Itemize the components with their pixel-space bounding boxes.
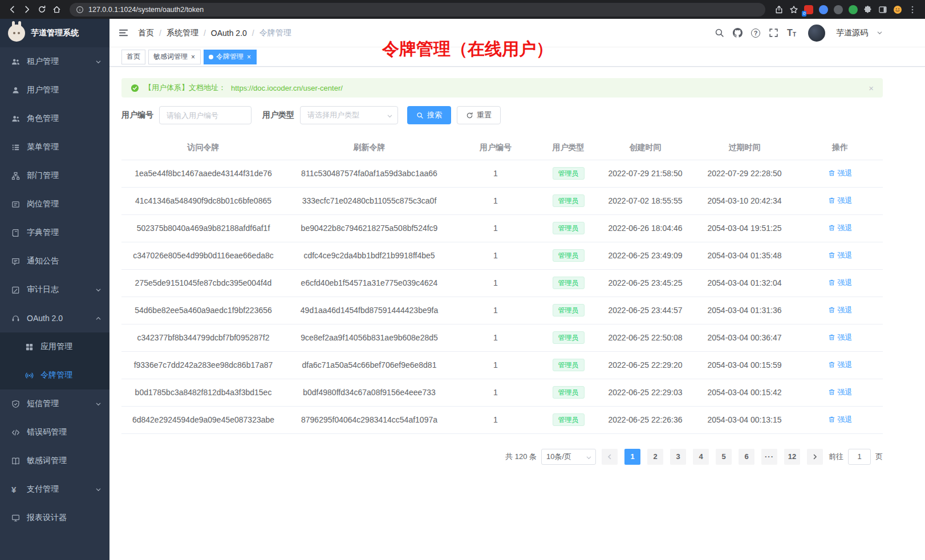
col-access-token: 访问令牌 bbox=[121, 136, 285, 160]
user-avatar[interactable] bbox=[808, 25, 825, 42]
search-button[interactable]: 搜索 bbox=[407, 106, 451, 124]
next-page-button[interactable] bbox=[807, 449, 823, 465]
force-logout-button[interactable]: 强退 bbox=[828, 168, 853, 178]
sidebar-item-sensitive-word[interactable]: 敏感词管理 bbox=[0, 447, 109, 475]
page-ellipsis-button[interactable]: ··· bbox=[761, 449, 777, 465]
page-button-2[interactable]: 2 bbox=[647, 449, 663, 465]
help-icon[interactable]: ? bbox=[751, 29, 760, 38]
page-button-6[interactable]: 6 bbox=[739, 449, 754, 465]
cell-user-type: 管理员 bbox=[538, 406, 599, 433]
fullscreen-icon[interactable] bbox=[769, 28, 778, 38]
force-logout-button[interactable]: 强退 bbox=[828, 415, 853, 425]
address-bar[interactable]: 127.0.0.1:1024/system/oauth2/token bbox=[70, 3, 765, 17]
sidebar-item-notice[interactable]: 通知公告 bbox=[0, 247, 109, 275]
extension-icon-1[interactable]: 0 bbox=[804, 5, 813, 14]
sidebar-item-sms[interactable]: 短信管理 bbox=[0, 389, 109, 418]
sidebar-item-label: 令牌管理 bbox=[40, 370, 72, 380]
prev-page-button[interactable] bbox=[602, 449, 618, 465]
font-size-icon[interactable]: TT bbox=[787, 29, 796, 38]
tab-sensitive-word[interactable]: 敏感词管理 × bbox=[148, 50, 201, 64]
page-size-select[interactable]: 10条/页 bbox=[541, 449, 596, 465]
browser-reload-button[interactable] bbox=[34, 2, 49, 17]
post-icon bbox=[11, 200, 20, 209]
breadcrumb-home[interactable]: 首页 bbox=[138, 28, 154, 38]
browser-chrome: 127.0.0.1:1024/system/oauth2/token 0 bbox=[0, 0, 925, 19]
force-logout-button[interactable]: 强退 bbox=[828, 196, 853, 206]
bookmark-star-icon[interactable] bbox=[789, 5, 798, 14]
refresh-icon bbox=[466, 112, 473, 119]
extension-icon-2[interactable] bbox=[819, 5, 828, 14]
cell-expire-time: 2054-03-04 00:36:47 bbox=[692, 324, 797, 351]
cell-refresh-token: 8796295f04064c2983414cc54af1097a bbox=[285, 406, 453, 433]
tab-token[interactable]: 令牌管理 × bbox=[204, 50, 257, 64]
site-info-icon[interactable] bbox=[76, 6, 84, 14]
force-logout-button[interactable]: 强退 bbox=[828, 360, 853, 370]
sidebar-item-oauth-token[interactable]: 令牌管理 bbox=[0, 361, 109, 389]
github-icon[interactable] bbox=[733, 28, 743, 38]
close-icon[interactable]: × bbox=[869, 83, 874, 93]
sidebar-item-role[interactable]: 角色管理 bbox=[0, 104, 109, 133]
chevron-down-icon[interactable] bbox=[877, 30, 883, 36]
browser-back-button[interactable] bbox=[5, 2, 19, 17]
sidebar-item-tenant[interactable]: 租户管理 bbox=[0, 47, 109, 76]
user-type-select[interactable]: 请选择用户类型 bbox=[300, 106, 398, 124]
cell-actions: 强退 bbox=[797, 297, 883, 324]
hamburger-icon[interactable] bbox=[118, 27, 129, 38]
user-type-badge: 管理员 bbox=[553, 222, 585, 234]
sidebar-item-label: 报表设计器 bbox=[27, 513, 67, 523]
browser-forward-button[interactable] bbox=[19, 2, 34, 17]
sidebar-item-error-code[interactable]: 错误码管理 bbox=[0, 418, 109, 447]
search-icon[interactable] bbox=[715, 28, 724, 38]
user-type-badge: 管理员 bbox=[553, 249, 585, 262]
sidebar-item-audit-log[interactable]: 审计日志 bbox=[0, 275, 109, 304]
sidebar-item-dict[interactable]: 字典管理 bbox=[0, 218, 109, 247]
sidebar-item-dept[interactable]: 部门管理 bbox=[0, 161, 109, 190]
browser-home-button[interactable] bbox=[49, 2, 64, 17]
goto-label: 前往 bbox=[829, 452, 843, 462]
browser-menu-icon[interactable] bbox=[908, 5, 917, 14]
force-logout-button[interactable]: 强退 bbox=[828, 305, 853, 315]
share-icon[interactable] bbox=[774, 5, 784, 14]
extension-icon-4[interactable] bbox=[849, 5, 858, 14]
extensions-puzzle-icon[interactable] bbox=[863, 5, 873, 14]
page-button-12[interactable]: 12 bbox=[784, 449, 800, 465]
goto-page-input[interactable] bbox=[848, 449, 871, 465]
page-button-5[interactable]: 5 bbox=[716, 449, 732, 465]
sidebar-item-post[interactable]: 岗位管理 bbox=[0, 190, 109, 218]
page-button-3[interactable]: 3 bbox=[670, 449, 686, 465]
user-icon bbox=[11, 86, 20, 95]
force-logout-button[interactable]: 强退 bbox=[828, 387, 853, 397]
extension-icon-3[interactable] bbox=[834, 5, 843, 14]
reset-button[interactable]: 重置 bbox=[457, 106, 501, 124]
profile-avatar-icon[interactable] bbox=[893, 5, 902, 14]
force-logout-button[interactable]: 强退 bbox=[828, 332, 853, 343]
user-name[interactable]: 芋道源码 bbox=[836, 28, 868, 38]
cell-user-id: 1 bbox=[453, 242, 538, 269]
cell-user-type: 管理员 bbox=[538, 379, 599, 406]
tab-home[interactable]: 首页 bbox=[121, 50, 145, 64]
cell-user-id: 1 bbox=[453, 269, 538, 297]
breadcrumb-oauth[interactable]: OAuth 2.0 bbox=[211, 29, 247, 38]
sidebar-item-user[interactable]: 用户管理 bbox=[0, 76, 109, 104]
user-type-badge: 管理员 bbox=[553, 359, 585, 371]
force-logout-button[interactable]: 强退 bbox=[828, 250, 853, 261]
sidebar-item-oauth-app[interactable]: 应用管理 bbox=[0, 332, 109, 361]
sidebar-item-payment[interactable]: ¥ 支付管理 bbox=[0, 475, 109, 504]
app-logo[interactable]: 芋道管理系统 bbox=[0, 19, 109, 47]
breadcrumb-system[interactable]: 系统管理 bbox=[167, 28, 198, 38]
force-logout-button[interactable]: 强退 bbox=[828, 278, 853, 288]
force-logout-button[interactable]: 强退 bbox=[828, 223, 853, 233]
user-id-input[interactable] bbox=[159, 106, 251, 124]
sidebar-item-menu[interactable]: 菜单管理 bbox=[0, 133, 109, 161]
page-button-4[interactable]: 4 bbox=[693, 449, 709, 465]
cell-actions: 强退 bbox=[797, 187, 883, 214]
breadcrumb-separator: / bbox=[159, 29, 161, 38]
page-button-1[interactable]: 1 bbox=[624, 449, 640, 465]
doc-alert-link[interactable]: https://doc.iocoder.cn/user-center/ bbox=[231, 84, 343, 92]
chevron-down-icon bbox=[387, 113, 393, 119]
sidebar-item-report-designer[interactable]: 报表设计器 bbox=[0, 504, 109, 532]
close-icon[interactable]: × bbox=[246, 54, 251, 60]
sidebar-item-oauth[interactable]: OAuth 2.0 bbox=[0, 304, 109, 332]
close-icon[interactable]: × bbox=[190, 54, 196, 60]
side-panel-icon[interactable] bbox=[878, 5, 887, 14]
